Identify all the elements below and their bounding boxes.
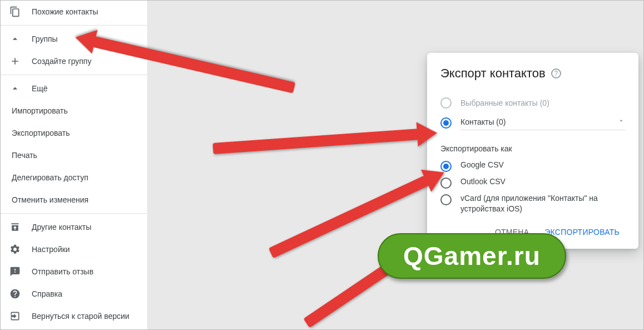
chevron-up-icon (9, 33, 21, 45)
radio-icon[interactable] (440, 178, 452, 189)
contacts-dropdown[interactable]: Контакты (0) (460, 117, 625, 130)
sidebar-item-more[interactable]: Ещё (1, 77, 147, 100)
help-icon[interactable]: ? (551, 68, 561, 78)
sidebar-item-undo-changes[interactable]: Отменить изменения (1, 189, 147, 211)
sidebar-item-label: Экспортировать (12, 129, 70, 137)
radio-label: Выбранные контакты (0) (460, 98, 549, 107)
sidebar-item-label: Отправить отзыв (32, 267, 93, 276)
sidebar-item-create-group[interactable]: Создайте группу (1, 50, 147, 72)
sidebar-item-label: Вернуться к старой версии (32, 312, 130, 321)
export-dialog: Экспорт контактов ? Выбранные контакты (… (427, 53, 638, 249)
plus-icon (9, 56, 21, 67)
radio-format-google[interactable]: Google CSV (440, 160, 625, 172)
radio-label: Outlook CSV (460, 176, 506, 187)
radio-selected-contacts: Выбранные контакты (0) (440, 93, 625, 113)
watermark-badge: QGamer.ru (378, 233, 566, 279)
sidebar-item-label: Отменить изменения (12, 195, 88, 204)
sidebar-item-label: Печать (12, 151, 37, 160)
dialog-title-row: Экспорт контактов ? (440, 66, 625, 81)
dropdown-label: Контакты (0) (460, 117, 506, 126)
sidebar-item-help[interactable]: Справка (1, 283, 147, 305)
sidebar-item-label: Создайте группу (32, 57, 91, 66)
radio-contacts-dropdown[interactable]: Контакты (0) (440, 113, 625, 133)
radio-icon[interactable] (440, 194, 452, 205)
sidebar-item-old-version[interactable]: Вернуться к старой версии (1, 305, 147, 327)
sidebar-item-delegate[interactable]: Делегировать доступ (1, 166, 147, 189)
sidebar: Похожие контакты Группы Создайте группу … (1, 1, 148, 329)
gear-icon (9, 244, 21, 255)
sidebar-item-label: Справка (32, 289, 62, 298)
sidebar-item-settings[interactable]: Настройки (1, 238, 147, 260)
radio-icon[interactable] (440, 161, 452, 172)
divider (1, 75, 147, 75)
dialog-title: Экспорт контактов (440, 66, 546, 81)
sidebar-item-other-contacts[interactable]: Другие контакты (1, 216, 147, 238)
sidebar-item-label: Группы (32, 35, 58, 43)
radio-label: Google CSV (460, 160, 504, 170)
chevron-down-icon (617, 117, 625, 126)
sidebar-item-import[interactable]: Импортировать (1, 100, 147, 122)
chevron-up-icon (9, 83, 21, 94)
sidebar-item-label: Похожие контакты (32, 7, 98, 16)
radio-label: vCard (для приложения "Контакты" на устр… (460, 193, 625, 214)
sidebar-item-label: Импортировать (12, 106, 68, 115)
sidebar-item-label: Делегировать доступ (12, 173, 88, 182)
divider (1, 25, 147, 26)
sidebar-item-export[interactable]: Экспортировать (1, 122, 147, 144)
sidebar-item-print[interactable]: Печать (1, 144, 147, 166)
sidebar-item-label: Настройки (32, 245, 70, 254)
exit-icon (9, 311, 21, 322)
help-icon (9, 288, 21, 299)
radio-icon (440, 97, 452, 109)
radio-icon[interactable] (440, 117, 452, 129)
divider (1, 213, 147, 214)
sidebar-item-feedback[interactable]: Отправить отзыв (1, 260, 147, 283)
sidebar-item-label: Другие контакты (32, 223, 91, 232)
sidebar-item-groups[interactable]: Группы (1, 28, 147, 50)
feedback-icon (9, 266, 21, 277)
export-as-label: Экспортировать как (440, 144, 625, 153)
radio-format-outlook[interactable]: Outlook CSV (440, 176, 625, 189)
sidebar-item-label: Ещё (32, 84, 48, 93)
merge-icon (9, 6, 21, 17)
archive-icon (9, 221, 21, 233)
sidebar-item-similar-contacts[interactable]: Похожие контакты (1, 1, 147, 23)
radio-format-vcard[interactable]: vCard (для приложения "Контакты" на устр… (440, 193, 625, 214)
